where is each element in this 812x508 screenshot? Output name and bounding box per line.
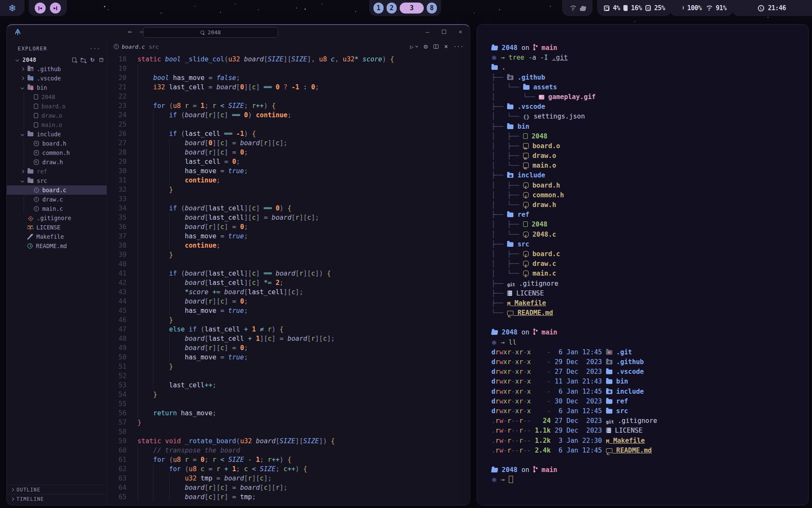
explorer-item-.github[interactable]: .github — [7, 64, 107, 74]
workspace-8[interactable]: 8 — [427, 3, 437, 14]
workspace-1[interactable]: 1 — [373, 3, 384, 14]
close-window-button[interactable]: × — [459, 28, 462, 35]
breadcrumb-parent[interactable]: src — [149, 44, 159, 50]
code-token: true — [228, 307, 244, 315]
wifi-icon[interactable] — [705, 6, 712, 11]
launcher-button[interactable]: ❄ — [0, 0, 25, 16]
term-token: → — [497, 54, 509, 61]
indent-guide — [137, 194, 153, 204]
perm-char: r — [495, 388, 499, 395]
code-token: } — [169, 316, 173, 324]
indent-guide — [137, 241, 153, 250]
speaker-icon[interactable] — [676, 5, 684, 11]
maximize-button[interactable] — [442, 30, 446, 34]
term-token: ├── — [491, 103, 507, 110]
explorer-item-main.o[interactable]: main.o — [7, 120, 107, 130]
media-prev-button[interactable]: ◀ — [35, 3, 46, 14]
code-token: : — [303, 83, 311, 91]
explorer-item-draw.c[interactable]: draw.c — [7, 195, 107, 204]
explorer-item-draw.o[interactable]: draw.o — [7, 111, 107, 120]
command-center-search[interactable]: 2048 — [143, 27, 278, 38]
media-next-button[interactable]: ▶ — [50, 3, 61, 14]
code-token: ; — [315, 83, 319, 91]
timeline-section[interactable]: TIMELINE — [7, 494, 107, 503]
editor-titlebar[interactable]: ← → 2048 – × — [7, 25, 470, 40]
explorer-item-2048[interactable]: 2048 — [7, 92, 107, 102]
code-token: [ — [291, 214, 295, 221]
code-token: r — [276, 484, 280, 491]
explorer-item-.vscode[interactable]: .vscode — [7, 74, 107, 83]
vpn-wifi-icon[interactable] — [569, 6, 575, 11]
code-token: else — [169, 326, 189, 333]
refresh-explorer-icon[interactable]: ↻ — [90, 57, 95, 63]
perm-char: - — [503, 447, 507, 454]
workspace-2[interactable]: 2 — [387, 3, 397, 14]
term-token: 24 — [531, 417, 551, 425]
collapse-folders-icon[interactable] — [99, 58, 103, 62]
code-token: ][ — [260, 335, 268, 342]
explorer-item-board.c[interactable]: board.c — [7, 185, 107, 195]
explorer-item-src[interactable]: src — [7, 176, 107, 185]
explorer-item-common.h[interactable]: common.h — [7, 148, 107, 157]
perm-char: w — [499, 417, 503, 425]
terminal-window[interactable]: 2048 on main → tree -a -I .git .├── .git… — [477, 24, 809, 505]
explorer-item-.gitignore[interactable]: .gitignore — [7, 213, 107, 223]
bin01-icon — [523, 143, 529, 149]
file-label: LICENSE — [36, 224, 60, 231]
code-token: { — [288, 456, 291, 464]
explorer-root-folder[interactable]: 2048 ↻ — [7, 55, 107, 64]
code-token: ][ — [212, 139, 220, 147]
explorer-item-LICENSE[interactable]: LICENSE — [7, 223, 107, 232]
explorer-item-main.c[interactable]: main.c — [7, 204, 107, 213]
minimize-button[interactable]: – — [426, 28, 429, 35]
explorer-more-icon[interactable]: ··· — [90, 45, 101, 52]
indent-guide — [137, 232, 153, 241]
terminal-line: │ └── main.o — [491, 161, 808, 171]
code-token: ) — [295, 465, 303, 473]
img-icon — [539, 95, 544, 99]
close-editor-icon[interactable]: × — [444, 43, 448, 50]
perm-char: x — [503, 378, 507, 385]
run-dropdown-icon[interactable] — [415, 44, 418, 47]
nav-back-button[interactable]: ← — [128, 28, 132, 36]
code-line-58: 58 — [107, 427, 470, 436]
code-token: board — [240, 139, 260, 147]
new-folder-icon[interactable] — [81, 59, 85, 62]
indent-guide — [137, 399, 153, 409]
outline-section[interactable]: OUTLINE — [7, 485, 107, 494]
explorer-item-board.o[interactable]: board.o — [7, 102, 107, 111]
explorer-item-bin[interactable]: bin — [7, 83, 107, 92]
snow-icon — [491, 53, 497, 63]
new-file-icon[interactable] — [72, 58, 76, 62]
split-editor-icon[interactable] — [433, 44, 439, 49]
explorer-item-Makefile[interactable]: Makefile — [7, 232, 107, 241]
perm-char: - — [523, 398, 527, 405]
code-token: for — [153, 456, 169, 464]
indent-guide — [153, 120, 169, 129]
timeline-label: TIMELINE — [16, 496, 44, 502]
settings-gear-icon[interactable]: ⚙ — [423, 44, 428, 50]
explorer-item-draw.h[interactable]: draw.h — [7, 157, 107, 167]
term-token: .git — [552, 54, 568, 61]
more-actions-icon[interactable]: ··· — [453, 44, 464, 50]
workspace-3-active[interactable]: 3 — [400, 3, 424, 14]
run-debug-icon[interactable]: ▷ — [410, 44, 414, 50]
code-editor[interactable]: 18static bool _slide_col(u32 board[SIZE]… — [107, 53, 470, 505]
code-line-29: 29last_cell = 0; — [107, 157, 470, 166]
explorer-item-ref[interactable]: ref — [7, 167, 107, 176]
explorer-item-include[interactable]: include — [7, 130, 107, 139]
explorer-item-board.h[interactable]: board.h — [7, 139, 107, 148]
code-token: ] — [256, 204, 264, 212]
breadcrumb-file[interactable]: board.c — [122, 44, 145, 50]
code-token: ]; — [295, 288, 303, 296]
terminal-line: ├── include — [491, 171, 808, 180]
line-number: 48 — [107, 334, 126, 343]
perm-char: r — [495, 447, 499, 454]
breadcrumb-bar[interactable]: board.c src ▷ ⚙ × ··· — [107, 40, 470, 53]
line-number: 33 — [107, 194, 126, 204]
indent-guide — [137, 343, 153, 353]
explorer-item-README.md[interactable]: README.md — [7, 241, 107, 251]
clock-widget[interactable]: 21:46 — [732, 0, 812, 16]
code-token: has_move — [173, 74, 208, 82]
cloud-icon[interactable] — [580, 8, 586, 11]
